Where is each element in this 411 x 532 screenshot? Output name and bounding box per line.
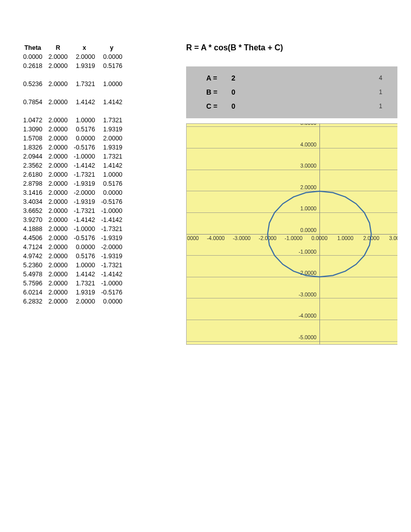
param-c-alt: 1 bbox=[379, 103, 382, 110]
cell: 2.0000 bbox=[45, 261, 70, 270]
cell: 2.0000 bbox=[45, 134, 70, 143]
cell: 0.5176 bbox=[98, 61, 125, 70]
svg-text:-4.0000: -4.0000 bbox=[299, 313, 317, 319]
param-a-value: 2 bbox=[231, 74, 262, 82]
col-header: y bbox=[98, 43, 125, 52]
cell: 1.0000 bbox=[98, 170, 125, 179]
cell: 0.0000 bbox=[70, 243, 98, 252]
cell: 1.0000 bbox=[70, 261, 98, 270]
cell: 2.0000 bbox=[45, 143, 70, 152]
table-row: 4.45062.0000-0.5176-1.9319 bbox=[20, 234, 125, 243]
cell: -1.9319 bbox=[98, 234, 125, 243]
cell: 6.2832 bbox=[20, 297, 45, 306]
table-row: 3.92702.0000-1.4142-1.4142 bbox=[20, 215, 125, 224]
parameter-box: A = 2 4 B = 0 1 C = 0 1 bbox=[186, 66, 397, 118]
cell: 2.0000 bbox=[45, 116, 70, 125]
table-row: 4.18882.0000-1.0000-1.7321 bbox=[20, 224, 125, 234]
table-row: 1.83262.0000-0.51761.9319 bbox=[20, 143, 125, 152]
cell: 4.9742 bbox=[20, 252, 45, 261]
cell: -1.7321 bbox=[98, 224, 125, 234]
cell: -1.0000 bbox=[98, 279, 125, 288]
cell: 6.0214 bbox=[20, 288, 45, 297]
cell: 2.0000 bbox=[45, 234, 70, 243]
param-c-label: C = bbox=[206, 102, 231, 110]
cell: -1.4142 bbox=[70, 161, 98, 170]
svg-text:1.0000: 1.0000 bbox=[300, 206, 316, 211]
svg-text:5.0000: 5.0000 bbox=[300, 124, 316, 126]
cell: 4.1888 bbox=[20, 224, 45, 234]
spacer-row bbox=[20, 107, 125, 116]
table-row: 1.30902.00000.51761.9319 bbox=[20, 125, 125, 134]
cell: 1.3090 bbox=[20, 125, 45, 134]
svg-text:3.0000: 3.0000 bbox=[300, 163, 316, 169]
spacer-row bbox=[20, 70, 125, 80]
table-row: 4.97422.00000.5176-1.9319 bbox=[20, 252, 125, 261]
cell: -0.5176 bbox=[70, 143, 98, 152]
cell: -1.4142 bbox=[98, 215, 125, 224]
cell: 5.7596 bbox=[20, 279, 45, 288]
table-row: 0.00002.00002.00000.0000 bbox=[20, 52, 125, 61]
cell: -0.5176 bbox=[98, 288, 125, 297]
cell: 0.0000 bbox=[98, 297, 125, 306]
cell: -1.9319 bbox=[98, 252, 125, 261]
cell: 2.0000 bbox=[45, 170, 70, 179]
cell: 0.0000 bbox=[20, 52, 45, 61]
cell: 2.0000 bbox=[45, 152, 70, 161]
cell: 2.0000 bbox=[70, 297, 98, 306]
cell: 5.4978 bbox=[20, 270, 45, 279]
cell: 1.4142 bbox=[70, 98, 98, 107]
cell: 2.0000 bbox=[45, 270, 70, 279]
cell: 2.0000 bbox=[45, 125, 70, 134]
col-header: x bbox=[70, 43, 98, 52]
param-c-value: 0 bbox=[231, 102, 262, 110]
cell: 3.9270 bbox=[20, 215, 45, 224]
col-header: Theta bbox=[20, 43, 45, 52]
data-table-region: ThetaRxy 0.00002.00002.00000.00000.26182… bbox=[20, 43, 171, 306]
cell: 1.7321 bbox=[70, 279, 98, 288]
cell: 0.5176 bbox=[98, 179, 125, 188]
header-row: ThetaRxy bbox=[20, 43, 125, 52]
cell: -1.7321 bbox=[70, 206, 98, 215]
cell: 0.5176 bbox=[70, 252, 98, 261]
cell: 2.0000 bbox=[45, 161, 70, 170]
col-header: R bbox=[45, 43, 70, 52]
cell: 4.7124 bbox=[20, 243, 45, 252]
cell: 0.0000 bbox=[98, 188, 125, 197]
cell: 2.0000 bbox=[45, 279, 70, 288]
cell: 2.0944 bbox=[20, 152, 45, 161]
cell: 2.0000 bbox=[45, 179, 70, 188]
table-row: 2.61802.0000-1.73211.0000 bbox=[20, 170, 125, 179]
svg-text:3.0000: 3.0000 bbox=[389, 236, 397, 241]
cell: 2.8798 bbox=[20, 179, 45, 188]
table-row: 0.26182.00001.93190.5176 bbox=[20, 61, 125, 70]
param-b-label: B = bbox=[206, 88, 231, 96]
svg-text:4.0000: 4.0000 bbox=[300, 142, 316, 147]
table-row: 0.78542.00001.41421.4142 bbox=[20, 98, 125, 107]
svg-text:-5.0000: -5.0000 bbox=[187, 236, 199, 241]
spacer-row bbox=[20, 89, 125, 98]
cell: 2.0000 bbox=[45, 252, 70, 261]
cell: 0.2618 bbox=[20, 61, 45, 70]
chart-svg: 5.00004.00003.00002.00001.00000.0000-1.0… bbox=[187, 124, 397, 344]
cell: 0.7854 bbox=[20, 98, 45, 107]
param-b-alt: 1 bbox=[379, 89, 382, 96]
table-row: 0.52362.00001.73211.0000 bbox=[20, 80, 125, 89]
cell: 1.9319 bbox=[98, 125, 125, 134]
cell: 2.0000 bbox=[45, 80, 70, 89]
svg-text:-4.0000: -4.0000 bbox=[207, 236, 225, 241]
cell: 2.0000 bbox=[45, 52, 70, 61]
data-table: ThetaRxy 0.00002.00002.00000.00000.26182… bbox=[20, 43, 125, 306]
cell: -1.4142 bbox=[70, 215, 98, 224]
data-table-body: 0.00002.00002.00000.00000.26182.00001.93… bbox=[20, 52, 125, 306]
table-row: 4.71242.00000.0000-2.0000 bbox=[20, 243, 125, 252]
cell: 2.0000 bbox=[45, 197, 70, 206]
cell: 1.9319 bbox=[70, 61, 98, 70]
cell: 0.5236 bbox=[20, 80, 45, 89]
cell: 1.4142 bbox=[98, 98, 125, 107]
table-row: 2.87982.0000-1.93190.5176 bbox=[20, 179, 125, 188]
table-row: 6.28322.00002.00000.0000 bbox=[20, 297, 125, 306]
svg-text:-3.0000: -3.0000 bbox=[299, 292, 317, 297]
cell: -1.4142 bbox=[98, 270, 125, 279]
formula-title: R = A * cos(B * Theta + C) bbox=[186, 43, 397, 52]
svg-text:0.0000: 0.0000 bbox=[311, 236, 327, 241]
